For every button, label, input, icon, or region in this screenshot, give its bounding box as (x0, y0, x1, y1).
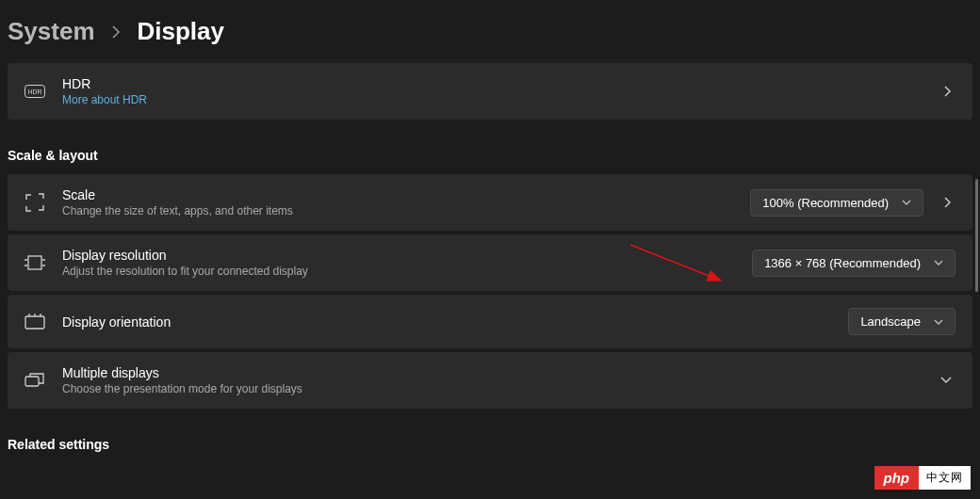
breadcrumb-current: Display (138, 17, 225, 46)
chevron-down-icon (902, 200, 911, 205)
chevron-down-icon (934, 260, 943, 266)
chevron-right-icon (940, 197, 956, 208)
multiple-displays-icon (24, 372, 45, 389)
orientation-title: Display orientation (62, 314, 831, 330)
resolution-value: 1366 × 768 (Recommended) (764, 256, 921, 270)
orientation-card[interactable]: Display orientation Landscape (8, 295, 972, 348)
resolution-icon (24, 254, 45, 271)
section-scale-layout: Scale & layout (8, 123, 972, 174)
hdr-title: HDR (62, 76, 923, 91)
scale-dropdown[interactable]: 100% (Recommended) (750, 189, 923, 217)
chevron-down-icon (934, 319, 943, 325)
scale-card[interactable]: Scale Change the size of text, apps, and… (8, 174, 972, 231)
breadcrumb: System Display (8, 8, 972, 63)
section-related: Related settings (8, 412, 972, 463)
svg-rect-3 (25, 316, 44, 329)
orientation-icon (24, 314, 45, 330)
svg-rect-2 (28, 256, 41, 269)
multiple-sub: Choose the presentation mode for your di… (62, 382, 920, 395)
chevron-right-icon (112, 25, 121, 39)
watermark-left: php (874, 466, 920, 490)
scale-value: 100% (Recommended) (762, 196, 889, 210)
scrollbar[interactable] (975, 179, 978, 292)
resolution-card[interactable]: Display resolution Adjust the resolution… (8, 234, 972, 291)
multiple-displays-card[interactable]: Multiple displays Choose the presentatio… (8, 352, 972, 409)
multiple-title: Multiple displays (62, 365, 920, 380)
hdr-icon: HDR (24, 85, 45, 98)
resolution-title: Display resolution (62, 248, 735, 263)
svg-text:HDR: HDR (27, 89, 41, 95)
chevron-down-icon (937, 377, 956, 384)
chevron-right-icon (940, 86, 956, 97)
scale-title: Scale (62, 187, 733, 202)
orientation-value: Landscape (860, 314, 921, 329)
hdr-card[interactable]: HDR HDR More about HDR (8, 63, 972, 120)
watermark: php 中文网 (874, 466, 972, 490)
scale-sub: Change the size of text, apps, and other… (62, 204, 733, 217)
scale-icon (24, 193, 45, 212)
watermark-right: 中文网 (919, 466, 971, 490)
svg-rect-4 (25, 377, 39, 386)
resolution-sub: Adjust the resolution to fit your connec… (62, 265, 735, 278)
breadcrumb-parent[interactable]: System (8, 17, 95, 46)
orientation-dropdown[interactable]: Landscape (848, 308, 956, 335)
resolution-dropdown[interactable]: 1366 × 768 (Recommended) (752, 250, 956, 277)
hdr-more-link[interactable]: More about HDR (62, 93, 923, 106)
